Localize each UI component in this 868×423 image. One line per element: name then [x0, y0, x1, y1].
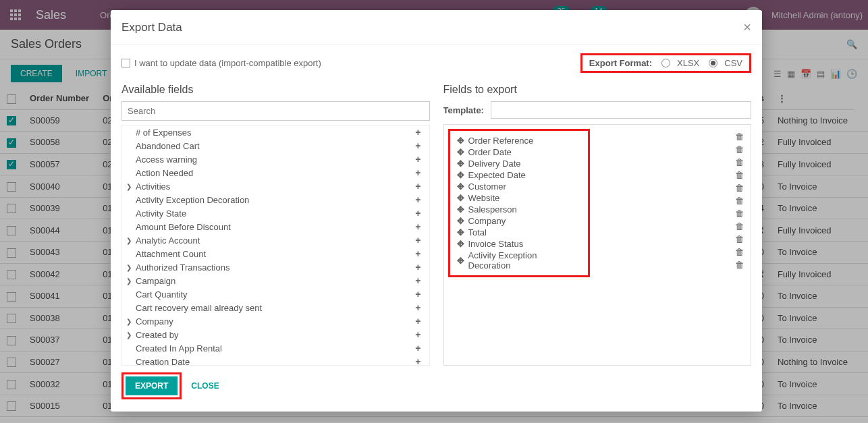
- template-label: Template:: [443, 105, 484, 115]
- drag-handle-icon[interactable]: ✥: [457, 147, 464, 157]
- add-field-icon[interactable]: +: [412, 289, 423, 300]
- remove-field-icon[interactable]: 🗑: [735, 208, 744, 219]
- add-field-icon[interactable]: +: [412, 235, 423, 246]
- format-xlsx-radio[interactable]: XLSX: [661, 58, 699, 68]
- available-field-item[interactable]: Action Needed+: [122, 166, 427, 179]
- field-label: Authorized Transactions: [136, 262, 229, 273]
- remove-field-icon[interactable]: 🗑: [735, 247, 744, 257]
- update-data-checkbox[interactable]: I want to update data (import-compatible…: [121, 58, 321, 68]
- expand-icon[interactable]: ❯: [126, 183, 132, 190]
- remove-field-icon[interactable]: 🗑: [735, 157, 744, 167]
- export-field-item[interactable]: ✥Order Date: [454, 146, 584, 158]
- add-field-icon[interactable]: +: [412, 262, 423, 273]
- export-format-group: Export Format: XLSX CSV: [580, 53, 751, 73]
- export-field-item[interactable]: ✥Website: [454, 192, 584, 204]
- remove-field-icon[interactable]: 🗑: [735, 183, 744, 193]
- format-csv-radio[interactable]: CSV: [709, 58, 742, 68]
- modal-title: Export Data: [121, 21, 182, 34]
- available-field-item[interactable]: ❯Analytic Account+: [122, 233, 427, 247]
- export-button[interactable]: EXPORT: [126, 376, 178, 395]
- field-label: Analytic Account: [136, 235, 200, 246]
- export-field-item[interactable]: ✥Activity Exception Decoration: [454, 250, 584, 271]
- drag-handle-icon[interactable]: ✥: [457, 204, 464, 215]
- add-field-icon[interactable]: +: [412, 221, 423, 232]
- field-label: Creation Date: [136, 357, 190, 366]
- field-label: Action Needed: [136, 168, 193, 178]
- remove-field-icon[interactable]: 🗑: [735, 144, 744, 154]
- drag-handle-icon[interactable]: ✥: [457, 181, 464, 192]
- export-fields-list-container: ✥Order Reference✥Order Date✥Delivery Dat…: [443, 124, 752, 366]
- available-field-item[interactable]: Activity State+: [122, 206, 427, 220]
- available-field-item[interactable]: Creation Date+: [122, 355, 427, 366]
- add-field-icon[interactable]: +: [412, 208, 423, 219]
- available-field-item[interactable]: ❯Company+: [122, 314, 427, 328]
- field-label: Activities: [136, 181, 170, 192]
- available-field-item[interactable]: ❯Created by+: [122, 328, 427, 341]
- add-field-icon[interactable]: +: [412, 356, 423, 366]
- available-fields-list[interactable]: # of Expenses+Abandoned Cart+Access warn…: [121, 125, 430, 366]
- add-field-icon[interactable]: +: [412, 181, 423, 192]
- add-field-icon[interactable]: +: [412, 316, 423, 327]
- field-label: Created In App Rental: [136, 343, 222, 354]
- drag-handle-icon[interactable]: ✥: [457, 256, 464, 266]
- drag-handle-icon[interactable]: ✥: [457, 136, 464, 146]
- available-field-item[interactable]: # of Expenses+: [122, 125, 427, 139]
- add-field-icon[interactable]: +: [412, 127, 423, 138]
- remove-field-icon[interactable]: 🗑: [735, 234, 744, 244]
- remove-field-icon[interactable]: 🗑: [735, 260, 744, 270]
- export-field-item[interactable]: ✥Total: [454, 227, 584, 238]
- available-field-item[interactable]: Cart recovery email already sent+: [122, 301, 427, 314]
- remove-field-icon[interactable]: 🗑: [735, 196, 744, 206]
- export-fields-list[interactable]: ✥Order Reference✥Order Date✥Delivery Dat…: [448, 129, 590, 277]
- drag-handle-icon[interactable]: ✥: [457, 159, 464, 169]
- available-field-item[interactable]: Activity Exception Decoration+: [122, 193, 427, 206]
- drag-handle-icon[interactable]: ✥: [457, 239, 464, 249]
- add-field-icon[interactable]: +: [412, 140, 423, 151]
- available-field-item[interactable]: ❯Activities+: [122, 179, 427, 193]
- available-field-item[interactable]: Access warning+: [122, 152, 427, 166]
- export-field-item[interactable]: ✥Salesperson: [454, 204, 584, 215]
- add-field-icon[interactable]: +: [412, 167, 423, 178]
- field-search-input[interactable]: [121, 101, 430, 121]
- drag-handle-icon[interactable]: ✥: [457, 227, 464, 237]
- add-field-icon[interactable]: +: [412, 302, 423, 313]
- field-label: Activity Exception Decoration: [136, 195, 249, 205]
- add-field-icon[interactable]: +: [412, 194, 423, 205]
- field-label: Amount Before Discount: [136, 222, 231, 232]
- available-field-item[interactable]: ❯Campaign+: [122, 274, 427, 287]
- template-dropdown[interactable]: [491, 101, 751, 119]
- expand-icon[interactable]: ❯: [126, 264, 132, 271]
- export-field-label: Delivery Date: [468, 159, 581, 169]
- export-field-item[interactable]: ✥Order Reference: [454, 135, 584, 146]
- expand-icon[interactable]: ❯: [126, 237, 132, 244]
- export-field-item[interactable]: ✥Company: [454, 215, 584, 227]
- add-field-icon[interactable]: +: [412, 329, 423, 340]
- expand-icon[interactable]: ❯: [126, 277, 132, 285]
- drag-handle-icon[interactable]: ✥: [457, 216, 464, 226]
- available-field-item[interactable]: Attachment Count+: [122, 247, 427, 260]
- available-field-item[interactable]: Abandoned Cart+: [122, 139, 427, 152]
- expand-icon[interactable]: ❯: [126, 318, 132, 325]
- add-field-icon[interactable]: +: [412, 343, 423, 354]
- add-field-icon[interactable]: +: [412, 275, 423, 286]
- add-field-icon[interactable]: +: [412, 154, 423, 165]
- modal-close-icon[interactable]: ×: [743, 20, 751, 35]
- export-field-label: Customer: [468, 181, 581, 192]
- close-button[interactable]: CLOSE: [191, 381, 219, 391]
- export-field-item[interactable]: ✥Invoice Status: [454, 238, 584, 250]
- add-field-icon[interactable]: +: [412, 248, 423, 259]
- expand-icon[interactable]: ❯: [126, 331, 132, 339]
- remove-field-icon[interactable]: 🗑: [735, 221, 744, 231]
- drag-handle-icon[interactable]: ✥: [457, 193, 464, 203]
- available-field-item[interactable]: Cart Quantity+: [122, 287, 427, 301]
- available-field-item[interactable]: Amount Before Discount+: [122, 220, 427, 233]
- available-field-item[interactable]: ❯Authorized Transactions+: [122, 260, 427, 274]
- export-field-item[interactable]: ✥Delivery Date: [454, 158, 584, 169]
- export-field-item[interactable]: ✥Expected Date: [454, 169, 584, 181]
- export-field-item[interactable]: ✥Customer: [454, 181, 584, 192]
- available-field-item[interactable]: Created In App Rental+: [122, 341, 427, 355]
- remove-field-icon[interactable]: 🗑: [735, 132, 744, 142]
- remove-field-icon[interactable]: 🗑: [735, 170, 744, 180]
- field-label: Activity State: [136, 208, 186, 219]
- drag-handle-icon[interactable]: ✥: [457, 170, 464, 180]
